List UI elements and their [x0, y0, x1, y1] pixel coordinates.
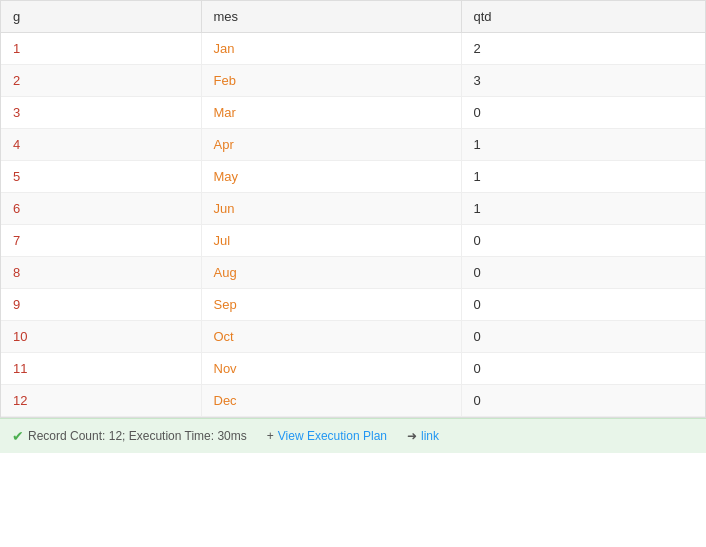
record-count-label: Record Count: 12; Execution Time: 30ms	[28, 429, 247, 443]
table-row: 10Oct0	[1, 321, 705, 353]
table-row: 5May1	[1, 161, 705, 193]
cell-qtd: 0	[461, 97, 705, 129]
cell-qtd: 3	[461, 65, 705, 97]
cell-g: 2	[1, 65, 201, 97]
cell-mes: Jun	[201, 193, 461, 225]
col-header-g: g	[1, 1, 201, 33]
cell-qtd: 0	[461, 385, 705, 417]
cell-mes: Jan	[201, 33, 461, 65]
view-execution-link[interactable]: View Execution Plan	[278, 429, 387, 443]
table-row: 9Sep0	[1, 289, 705, 321]
arrow-icon: ➜	[407, 429, 417, 443]
table-row: 11Nov0	[1, 353, 705, 385]
table-row: 12Dec0	[1, 385, 705, 417]
col-header-qtd: qtd	[461, 1, 705, 33]
table-row: 6Jun1	[1, 193, 705, 225]
cell-g: 5	[1, 161, 201, 193]
table-header-row: g mes qtd	[1, 1, 705, 33]
cell-qtd: 0	[461, 321, 705, 353]
table-row: 2Feb3	[1, 65, 705, 97]
cell-mes: Oct	[201, 321, 461, 353]
cell-mes: Feb	[201, 65, 461, 97]
cell-mes: Dec	[201, 385, 461, 417]
table-row: 7Jul0	[1, 225, 705, 257]
cell-qtd: 1	[461, 161, 705, 193]
cell-g: 8	[1, 257, 201, 289]
cell-g: 12	[1, 385, 201, 417]
link-section[interactable]: ➜ link	[407, 429, 439, 443]
cell-g: 1	[1, 33, 201, 65]
cell-qtd: 0	[461, 225, 705, 257]
cell-qtd: 2	[461, 33, 705, 65]
view-execution-section[interactable]: + View Execution Plan	[267, 429, 387, 443]
footer-bar: ✔ Record Count: 12; Execution Time: 30ms…	[0, 418, 706, 453]
table-row: 4Apr1	[1, 129, 705, 161]
table-row: 3Mar0	[1, 97, 705, 129]
cell-qtd: 1	[461, 193, 705, 225]
cell-g: 10	[1, 321, 201, 353]
col-header-mes: mes	[201, 1, 461, 33]
table-row: 8Aug0	[1, 257, 705, 289]
plus-icon: +	[267, 429, 274, 443]
cell-mes: May	[201, 161, 461, 193]
cell-mes: Sep	[201, 289, 461, 321]
cell-qtd: 0	[461, 289, 705, 321]
cell-g: 6	[1, 193, 201, 225]
cell-mes: Mar	[201, 97, 461, 129]
cell-mes: Nov	[201, 353, 461, 385]
cell-g: 9	[1, 289, 201, 321]
data-table: g mes qtd 1Jan22Feb33Mar04Apr15May16Jun1…	[0, 0, 706, 418]
cell-g: 11	[1, 353, 201, 385]
table-row: 1Jan2	[1, 33, 705, 65]
cell-g: 7	[1, 225, 201, 257]
cell-g: 3	[1, 97, 201, 129]
cell-qtd: 1	[461, 129, 705, 161]
record-count-section: ✔ Record Count: 12; Execution Time: 30ms	[12, 428, 247, 444]
cell-qtd: 0	[461, 257, 705, 289]
checkmark-icon: ✔	[12, 428, 24, 444]
cell-mes: Aug	[201, 257, 461, 289]
cell-mes: Apr	[201, 129, 461, 161]
cell-qtd: 0	[461, 353, 705, 385]
cell-mes: Jul	[201, 225, 461, 257]
cell-g: 4	[1, 129, 201, 161]
link-label[interactable]: link	[421, 429, 439, 443]
